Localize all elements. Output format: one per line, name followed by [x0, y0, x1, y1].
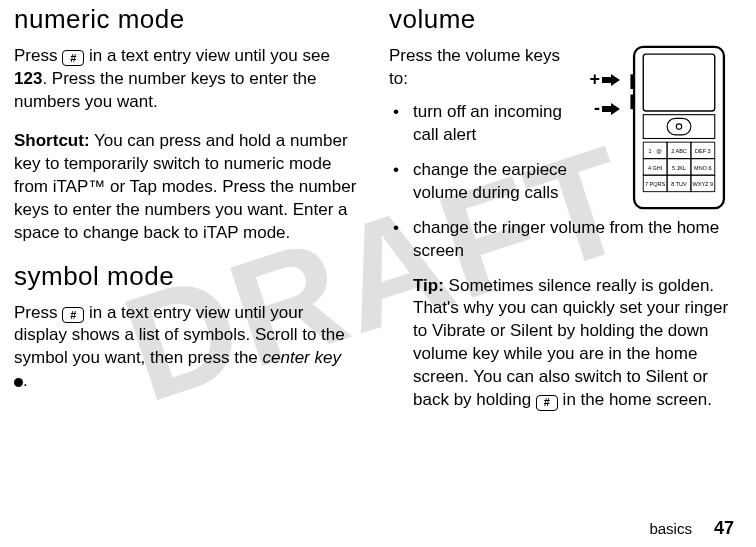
- shortcut-label: Shortcut:: [14, 131, 90, 150]
- text-fragment: in a text entry view until you see: [89, 46, 330, 65]
- volume-text-block: Press the volume keys to: turn off an in…: [389, 45, 579, 217]
- footer-section-label: basics: [649, 520, 692, 537]
- text-fragment: Press: [14, 303, 62, 322]
- para-symbol: Press # in a text entry view until your …: [14, 302, 359, 394]
- list-item: turn off an incoming call alert: [413, 101, 579, 147]
- plus-label: +: [589, 69, 600, 90]
- para-numeric-1: Press # in a text entry view until you s…: [14, 45, 359, 114]
- key-label: MNO 6: [694, 165, 711, 171]
- svg-point-4: [676, 124, 682, 130]
- silent-text: Silent: [510, 321, 553, 340]
- svg-rect-1: [643, 54, 715, 111]
- key-label: 7 PQRS: [645, 181, 666, 187]
- list-item: change the ringer volume from the home s…: [413, 217, 734, 263]
- volume-indicators: + -: [589, 69, 620, 214]
- left-column: numeric mode Press # in a text entry vie…: [14, 4, 359, 412]
- phone-illustration-block: + -: [589, 45, 734, 214]
- key-label: 8 TUV: [671, 181, 687, 187]
- key-label: 5 JKL: [672, 165, 686, 171]
- right-column: volume Press the volume keys to: turn of…: [389, 4, 734, 412]
- footer-page-number: 47: [714, 518, 734, 539]
- center-key-icon: [14, 378, 23, 387]
- svg-rect-6: [630, 95, 634, 110]
- text-fragment: . Press the number keys to enter the num…: [14, 69, 316, 111]
- text-fragment: .: [23, 371, 28, 390]
- list-item: change the earpiece volume during calls: [413, 159, 579, 205]
- tip-label: Tip:: [413, 276, 444, 295]
- text-fragment: Press: [14, 46, 62, 65]
- big-123: 123: [14, 69, 42, 88]
- key-label: WXYZ 9: [693, 181, 713, 187]
- minus-label: -: [594, 98, 600, 119]
- heading-numeric-mode: numeric mode: [14, 4, 359, 35]
- key-label: DEF 3: [695, 148, 711, 154]
- volume-up-indicator: +: [589, 69, 620, 90]
- silent-text: Silent: [645, 367, 688, 386]
- hash-key-icon: #: [62, 50, 84, 66]
- vibrate-text: Vibrate: [432, 321, 486, 340]
- center-key-text: center key: [263, 348, 341, 367]
- heading-volume: volume: [389, 4, 734, 35]
- hash-key-icon: #: [62, 307, 84, 323]
- key-label: 4 GHI: [648, 165, 663, 171]
- text-fragment: in the home screen.: [558, 390, 712, 409]
- key-label: 1 · @: [649, 148, 663, 154]
- hash-key-icon: #: [536, 395, 558, 411]
- phone-icon: 1 · @ 2 ABC DEF 3 4 GHI 5 JKL MNO 6 7 PQ…: [624, 45, 734, 214]
- page-footer: basics 47: [649, 518, 734, 539]
- svg-rect-5: [630, 74, 634, 89]
- volume-top-row: Press the volume keys to: turn off an in…: [389, 45, 734, 217]
- text-fragment: or: [485, 321, 510, 340]
- volume-bullets-top: turn off an incoming call alert change t…: [389, 101, 579, 205]
- page-content: numeric mode Press # in a text entry vie…: [0, 0, 756, 412]
- para-shortcut: Shortcut: You can press and hold a numbe…: [14, 130, 359, 245]
- arrow-right-icon: [602, 103, 620, 115]
- arrow-right-icon: [602, 74, 620, 86]
- key-label: 2 ABC: [671, 148, 687, 154]
- tip-paragraph: Tip: Sometimes silence really is golden.…: [413, 275, 734, 413]
- volume-bullets-bottom: change the ringer volume from the home s…: [389, 217, 734, 263]
- volume-down-indicator: -: [594, 98, 620, 119]
- text-fragment: [346, 348, 351, 367]
- volume-intro: Press the volume keys to:: [389, 45, 579, 91]
- svg-rect-3: [667, 118, 691, 135]
- heading-symbol-mode: symbol mode: [14, 261, 359, 292]
